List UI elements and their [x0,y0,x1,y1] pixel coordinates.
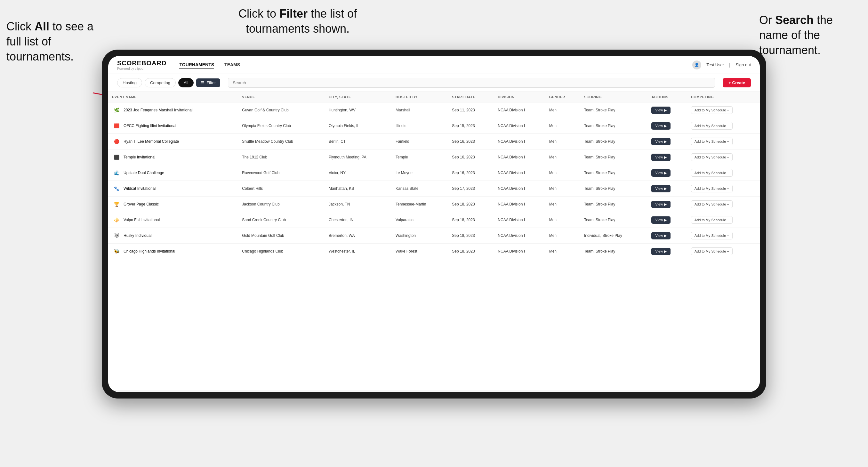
table-header: EVENT NAME VENUE CITY, STATE HOSTED BY S… [108,92,760,102]
logo-text: SCOREBOARD [117,60,166,67]
view-button-6[interactable]: View ▶ [651,201,671,208]
competing-cell-9: Add to My Schedule + [687,244,760,259]
col-venue: VENUE [238,92,325,102]
table-row: 🌊 Upstate Dual Challenge Ravenwood Golf … [108,165,760,181]
nav-tab-tournaments[interactable]: TOURNAMENTS [179,61,214,69]
event-name-5: Wildcat Invitational [124,186,156,191]
nav-tab-teams[interactable]: TEAMS [224,61,240,69]
gender-cell-3: Men [546,150,580,165]
create-button[interactable]: + Create [723,78,751,87]
add-schedule-button-8[interactable]: Add to My Schedule + [691,232,733,240]
division-cell-4: NCAA Division I [494,165,545,181]
competing-filter-button[interactable]: Competing [145,78,176,87]
view-icon-8: ▶ [664,234,667,238]
view-button-3[interactable]: View ▶ [651,154,671,161]
col-event-name: EVENT NAME [108,92,238,102]
header-right: 👤 Test User | Sign out [692,61,751,69]
start-date-cell-1: Sep 15, 2023 [448,118,494,134]
event-name-0: 2023 Joe Feaganes Marshall Invitational [124,108,192,112]
event-name-3: Temple Invitational [124,155,155,159]
add-schedule-button-3[interactable]: Add to My Schedule + [691,153,733,161]
team-logo-1: 🟥 [112,121,121,130]
search-input[interactable] [228,78,715,88]
add-schedule-button-4[interactable]: Add to My Schedule + [691,169,733,177]
tournaments-table: EVENT NAME VENUE CITY, STATE HOSTED BY S… [108,92,760,259]
scoring-cell-4: Team, Stroke Play [580,165,648,181]
gender-cell-2: Men [546,134,580,150]
competing-cell-2: Add to My Schedule + [687,134,760,150]
view-icon-0: ▶ [664,108,667,112]
view-button-0[interactable]: View ▶ [651,106,671,114]
table-row: 🐺 Husky Individual Gold Mountain Golf Cl… [108,228,760,244]
add-schedule-button-2[interactable]: Add to My Schedule + [691,137,733,145]
gender-cell-0: Men [546,102,580,118]
col-scoring: SCORING [580,92,648,102]
view-button-9[interactable]: View ▶ [651,248,671,255]
col-city-state: CITY, STATE [325,92,392,102]
table-row: 🐾 Wildcat Invitational Colbert Hills Man… [108,181,760,196]
city-state-cell-6: Jackson, TN [325,196,392,212]
event-name-cell-1: 🟥 OFCC Fighting Illini Invitational [108,118,238,134]
event-name-cell-4: 🌊 Upstate Dual Challenge [108,165,238,181]
hosted-by-cell-7: Valparaiso [392,212,448,228]
start-date-cell-2: Sep 16, 2023 [448,134,494,150]
add-schedule-button-5[interactable]: Add to My Schedule + [691,185,733,192]
competing-cell-6: Add to My Schedule + [687,196,760,212]
scoring-cell-8: Individual, Stroke Play [580,228,648,244]
start-date-cell-0: Sep 11, 2023 [448,102,494,118]
hosted-by-cell-1: Illinois [392,118,448,134]
hosting-filter-button[interactable]: Hosting [117,78,142,87]
event-name-9: Chicago Highlands Invitational [124,249,175,253]
user-info: Test User [706,62,724,67]
table-row: 🟥 OFCC Fighting Illini Invitational Olym… [108,118,760,134]
actions-cell-9: View ▶ [648,244,687,259]
sign-out-link[interactable]: Sign out [736,62,751,67]
competing-cell-3: Add to My Schedule + [687,150,760,165]
competing-cell-0: Add to My Schedule + [687,102,760,118]
scoring-cell-9: Team, Stroke Play [580,244,648,259]
add-schedule-button-1[interactable]: Add to My Schedule + [691,122,733,130]
actions-cell-5: View ▶ [648,181,687,196]
competing-cell-8: Add to My Schedule + [687,228,760,244]
event-name-cell-0: 🌿 2023 Joe Feaganes Marshall Invitationa… [108,102,238,118]
event-name-4: Upstate Dual Challenge [124,170,164,175]
division-cell-8: NCAA Division I [494,228,545,244]
separator: | [729,62,731,68]
competing-cell-4: Add to My Schedule + [687,165,760,181]
add-schedule-button-0[interactable]: Add to My Schedule + [691,106,733,114]
table-row: ⚜️ Valpo Fall Invitational Sand Creek Co… [108,212,760,228]
table-row: ⬛ Temple Invitational The 1912 Club Plym… [108,150,760,165]
view-button-7[interactable]: View ▶ [651,216,671,224]
filter-icon-button[interactable]: ☰ Filter [196,79,220,87]
start-date-cell-3: Sep 16, 2023 [448,150,494,165]
city-state-cell-9: Westchester, IL [325,244,392,259]
all-filter-button[interactable]: All [178,78,194,87]
actions-cell-3: View ▶ [648,150,687,165]
add-schedule-button-6[interactable]: Add to My Schedule + [691,200,733,208]
scoring-cell-0: Team, Stroke Play [580,102,648,118]
team-logo-0: 🌿 [112,105,121,115]
scoring-cell-1: Team, Stroke Play [580,118,648,134]
venue-cell-7: Sand Creek Country Club [238,212,325,228]
actions-cell-7: View ▶ [648,212,687,228]
view-button-1[interactable]: View ▶ [651,122,671,130]
view-button-5[interactable]: View ▶ [651,185,671,192]
view-button-8[interactable]: View ▶ [651,232,671,240]
hosted-by-cell-0: Marshall [392,102,448,118]
venue-cell-9: Chicago Highlands Club [238,244,325,259]
table-container: EVENT NAME VENUE CITY, STATE HOSTED BY S… [108,92,760,390]
division-cell-7: NCAA Division I [494,212,545,228]
city-state-cell-2: Berlin, CT [325,134,392,150]
table-row: 🐝 Chicago Highlands Invitational Chicago… [108,244,760,259]
team-logo-3: ⬛ [112,153,121,162]
col-start-date: START DATE [448,92,494,102]
view-button-2[interactable]: View ▶ [651,138,671,145]
add-schedule-button-9[interactable]: Add to My Schedule + [691,247,733,255]
start-date-cell-7: Sep 18, 2023 [448,212,494,228]
add-schedule-button-7[interactable]: Add to My Schedule + [691,216,733,224]
start-date-cell-8: Sep 18, 2023 [448,228,494,244]
user-avatar: 👤 [692,61,701,69]
view-button-4[interactable]: View ▶ [651,169,671,177]
team-logo-7: ⚜️ [112,215,121,224]
gender-cell-4: Men [546,165,580,181]
